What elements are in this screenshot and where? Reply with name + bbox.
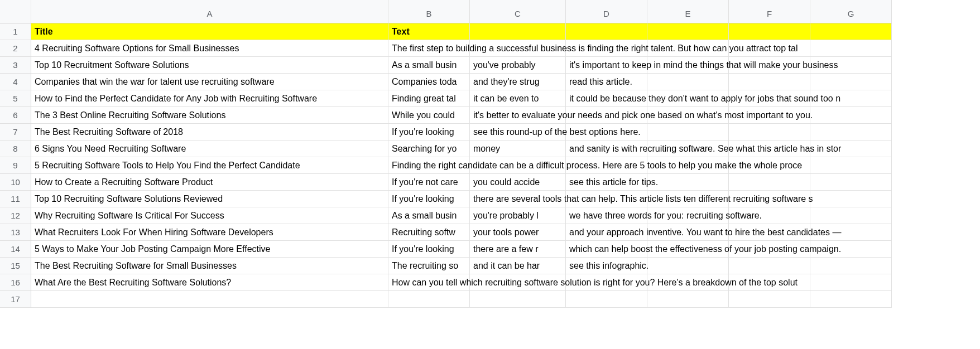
- cell-E15[interactable]: [647, 258, 729, 274]
- cell-C3[interactable]: you've probably: [470, 57, 566, 74]
- cell-B5[interactable]: Finding great tal: [388, 90, 470, 107]
- cell-B14[interactable]: If you're looking: [388, 241, 470, 258]
- row-header-8[interactable]: 8: [0, 140, 31, 157]
- cell-F15[interactable]: [729, 258, 810, 274]
- row-header-17[interactable]: 17: [0, 291, 31, 308]
- cell-A8[interactable]: 6 Signs You Need Recruiting Software: [31, 140, 388, 157]
- cell-A17[interactable]: [31, 291, 388, 308]
- cell-F4[interactable]: [729, 74, 810, 90]
- cell-B16[interactable]: How can you tell which recruiting softwa…: [388, 274, 470, 291]
- row-header-4[interactable]: 4: [0, 74, 31, 90]
- cell-E7[interactable]: [647, 124, 729, 140]
- cell-C15[interactable]: and it can be har: [470, 258, 566, 274]
- cell-B2[interactable]: The first step to building a successful …: [388, 40, 470, 57]
- cell-G15[interactable]: [810, 258, 892, 274]
- row-header-3[interactable]: 3: [0, 57, 31, 74]
- cell-G11[interactable]: [810, 191, 892, 207]
- cell-A7[interactable]: The Best Recruiting Software of 2018: [31, 124, 388, 140]
- cell-A10[interactable]: How to Create a Recruiting Software Prod…: [31, 174, 388, 191]
- cell-B1[interactable]: Text: [388, 23, 470, 40]
- cell-B17[interactable]: [388, 291, 470, 308]
- row-header-14[interactable]: 14: [0, 241, 31, 258]
- cell-B8[interactable]: Searching for yo: [388, 140, 470, 157]
- cell-C14[interactable]: there are a few r: [470, 241, 566, 258]
- cell-A11[interactable]: Top 10 Recruiting Software Solutions Rev…: [31, 191, 388, 207]
- cell-E17[interactable]: [647, 291, 729, 308]
- row-header-2[interactable]: 2: [0, 40, 31, 57]
- cell-A6[interactable]: The 3 Best Online Recruiting Software So…: [31, 107, 388, 124]
- cell-E1[interactable]: [647, 23, 729, 40]
- column-header-C[interactable]: C: [470, 4, 566, 23]
- cell-B4[interactable]: Companies toda: [388, 74, 470, 90]
- cell-A1[interactable]: Title: [31, 23, 388, 40]
- cell-F7[interactable]: [729, 124, 810, 140]
- cell-B15[interactable]: The recruiting so: [388, 258, 470, 274]
- cell-G7[interactable]: [810, 124, 892, 140]
- cell-A3[interactable]: Top 10 Recruitment Software Solutions: [31, 57, 388, 74]
- row-header-13[interactable]: 13: [0, 224, 31, 241]
- row-header-16[interactable]: 16: [0, 274, 31, 291]
- cell-A15[interactable]: The Best Recruiting Software for Small B…: [31, 258, 388, 274]
- cell-C17[interactable]: [470, 291, 566, 308]
- cell-G6[interactable]: [810, 107, 892, 124]
- cell-C1[interactable]: [470, 23, 566, 40]
- cell-A5[interactable]: How to Find the Perfect Candidate for An…: [31, 90, 388, 107]
- cell-B11[interactable]: If you're looking: [388, 191, 470, 207]
- cell-D1[interactable]: [566, 23, 647, 40]
- cell-B6[interactable]: While you could: [388, 107, 470, 124]
- column-header-F[interactable]: F: [729, 4, 810, 23]
- row-header-12[interactable]: 12: [0, 207, 31, 224]
- cell-A12[interactable]: Why Recruiting Software Is Critical For …: [31, 207, 388, 224]
- row-header-10[interactable]: 10: [0, 174, 31, 191]
- row-header-15[interactable]: 15: [0, 258, 31, 274]
- cell-A4[interactable]: Companies that win the war for talent us…: [31, 74, 388, 90]
- cell-C11[interactable]: there are several tools that can help. T…: [470, 191, 566, 207]
- cell-E4[interactable]: [647, 74, 729, 90]
- cell-F1[interactable]: [729, 23, 810, 40]
- column-header-G[interactable]: G: [810, 4, 892, 23]
- cell-D14[interactable]: which can help boost the effectiveness o…: [566, 241, 647, 258]
- cell-D10[interactable]: see this article for tips.: [566, 174, 647, 191]
- cell-D13[interactable]: and your approach inventive. You want to…: [566, 224, 647, 241]
- cell-B3[interactable]: As a small busin: [388, 57, 470, 74]
- cell-B13[interactable]: Recruiting softw: [388, 224, 470, 241]
- row-header-7[interactable]: 7: [0, 124, 31, 140]
- cell-B7[interactable]: If you're looking: [388, 124, 470, 140]
- row-header-9[interactable]: 9: [0, 157, 31, 174]
- cell-G10[interactable]: [810, 174, 892, 191]
- cell-G4[interactable]: [810, 74, 892, 90]
- select-all-corner[interactable]: [0, 4, 31, 23]
- cell-E10[interactable]: [647, 174, 729, 191]
- cell-G12[interactable]: [810, 207, 892, 224]
- cell-A2[interactable]: 4 Recruiting Software Options for Small …: [31, 40, 388, 57]
- cell-G1[interactable]: [810, 23, 892, 40]
- cell-D5[interactable]: it could be because they don't want to a…: [566, 90, 647, 107]
- row-header-1[interactable]: 1: [0, 23, 31, 40]
- cell-F17[interactable]: [729, 291, 810, 308]
- cell-G16[interactable]: [810, 274, 892, 291]
- cell-D12[interactable]: we have three words for you: recruiting …: [566, 207, 647, 224]
- column-header-E[interactable]: E: [647, 4, 729, 23]
- row-header-11[interactable]: 11: [0, 191, 31, 207]
- cell-B12[interactable]: As a small busin: [388, 207, 470, 224]
- column-header-A[interactable]: A: [31, 4, 388, 23]
- cell-C13[interactable]: your tools power: [470, 224, 566, 241]
- row-header-5[interactable]: 5: [0, 90, 31, 107]
- cell-D4[interactable]: read this article.: [566, 74, 647, 90]
- cell-G17[interactable]: [810, 291, 892, 308]
- spreadsheet-grid[interactable]: ABCDEFG1TitleText24 Recruiting Software …: [0, 4, 980, 308]
- column-header-B[interactable]: B: [388, 4, 470, 23]
- cell-D3[interactable]: it's important to keep in mind the thing…: [566, 57, 647, 74]
- cell-C8[interactable]: money: [470, 140, 566, 157]
- cell-C7[interactable]: see this round-up of the best options he…: [470, 124, 566, 140]
- cell-C10[interactable]: you could accide: [470, 174, 566, 191]
- cell-A14[interactable]: 5 Ways to Make Your Job Posting Campaign…: [31, 241, 388, 258]
- cell-A16[interactable]: What Are the Best Recruiting Software So…: [31, 274, 388, 291]
- cell-F10[interactable]: [729, 174, 810, 191]
- cell-G9[interactable]: [810, 157, 892, 174]
- column-header-D[interactable]: D: [566, 4, 647, 23]
- cell-C12[interactable]: you're probably l: [470, 207, 566, 224]
- cell-C5[interactable]: it can be even to: [470, 90, 566, 107]
- cell-B10[interactable]: If you're not care: [388, 174, 470, 191]
- cell-D15[interactable]: see this infographic.: [566, 258, 647, 274]
